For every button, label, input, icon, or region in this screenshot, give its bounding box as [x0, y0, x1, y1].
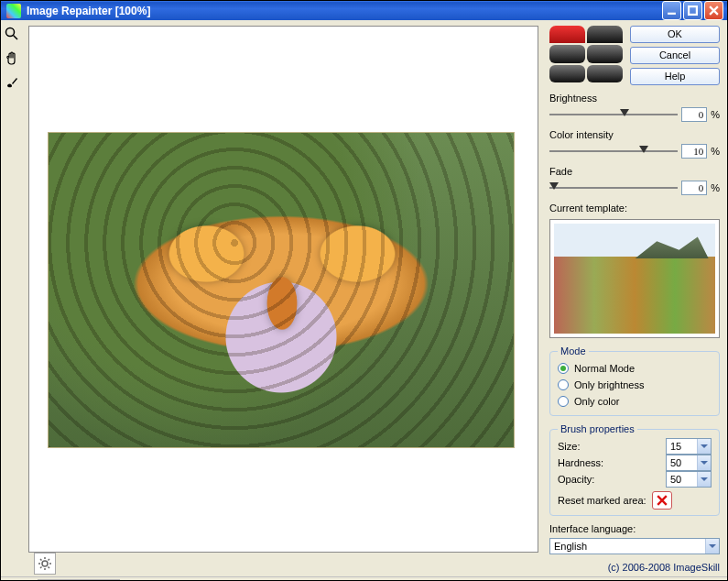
- mode-group: Mode Normal Mode Only brightness Only co…: [549, 345, 720, 416]
- copyright: (c) 2006-2008 ImageSkill: [549, 562, 720, 573]
- opacity-label: Opacity:: [558, 474, 660, 485]
- brightness-label: Brightness: [549, 93, 720, 104]
- color-intensity-slider[interactable]: [549, 147, 678, 156]
- opacity-combo[interactable]: 50: [666, 471, 712, 488]
- tool-column: [1, 20, 23, 576]
- radio-icon: [558, 396, 569, 407]
- maximize-button[interactable]: [683, 1, 702, 20]
- window-title: Image Repainter [100%]: [27, 5, 662, 17]
- brightness-value[interactable]: 0: [681, 107, 707, 122]
- hardness-combo[interactable]: 50: [666, 455, 712, 471]
- radio-icon: [558, 379, 569, 390]
- help-button[interactable]: Help: [630, 68, 720, 85]
- svg-point-2: [6, 28, 15, 37]
- hand-tool-icon[interactable]: [4, 49, 20, 66]
- chevron-down-icon: [697, 455, 711, 470]
- side-panel: OK Cancel Help Brightness 0 % Color inte…: [544, 20, 727, 576]
- hardness-label: Hardness:: [558, 457, 660, 468]
- chevron-down-icon: [697, 472, 711, 487]
- svg-line-11: [40, 567, 42, 569]
- minimize-button[interactable]: [662, 1, 681, 20]
- svg-line-9: [40, 559, 42, 561]
- svg-line-3: [14, 36, 18, 40]
- lang-label: Interface language:: [549, 523, 720, 534]
- mode-normal[interactable]: Normal Mode: [558, 360, 712, 377]
- app-icon: [6, 4, 21, 18]
- svg-line-10: [49, 567, 50, 569]
- mode-color[interactable]: Only color: [558, 393, 712, 410]
- close-button[interactable]: [704, 1, 723, 20]
- chevron-down-icon: [697, 439, 711, 454]
- template-image: [554, 224, 715, 334]
- titlebar: Image Repainter [100%]: [1, 1, 727, 20]
- cancel-button[interactable]: Cancel: [630, 47, 720, 64]
- brightness-slider[interactable]: [549, 110, 678, 119]
- settings-gear-icon[interactable]: [34, 553, 56, 575]
- brush-tool-icon[interactable]: [4, 73, 20, 90]
- mode-legend: Mode: [558, 345, 589, 356]
- size-label: Size:: [558, 441, 660, 452]
- brush-legend: Brush properties: [558, 423, 637, 434]
- chevron-down-icon: [705, 539, 719, 554]
- svg-rect-1: [689, 6, 697, 15]
- svg-rect-0: [668, 13, 676, 15]
- color-intensity-value[interactable]: 10: [681, 144, 707, 159]
- canvas[interactable]: [28, 26, 538, 553]
- fade-value[interactable]: 0: [681, 181, 707, 195]
- language-combo[interactable]: English: [549, 538, 720, 554]
- svg-point-4: [42, 561, 48, 566]
- reset-label: Reset marked area:: [558, 495, 647, 506]
- reset-button[interactable]: [652, 491, 672, 510]
- preview-image: [48, 132, 515, 448]
- fade-slider[interactable]: [549, 183, 678, 192]
- logo: [549, 26, 623, 82]
- brush-group: Brush properties Size: 15 Hardness: 50 O…: [549, 423, 720, 516]
- svg-line-12: [49, 559, 50, 561]
- current-template-label: Current template:: [549, 203, 720, 214]
- status-bar: 100% Mark the areas where you want to se…: [1, 576, 727, 581]
- mode-brightness[interactable]: Only brightness: [558, 377, 712, 393]
- radio-icon: [558, 363, 569, 374]
- template-preview[interactable]: [549, 219, 720, 338]
- color-intensity-label: Color intensity: [549, 129, 720, 140]
- size-combo[interactable]: 15: [666, 438, 712, 455]
- fade-label: Fade: [549, 166, 720, 177]
- ok-button[interactable]: OK: [630, 26, 720, 43]
- zoom-tool-icon[interactable]: [4, 26, 20, 42]
